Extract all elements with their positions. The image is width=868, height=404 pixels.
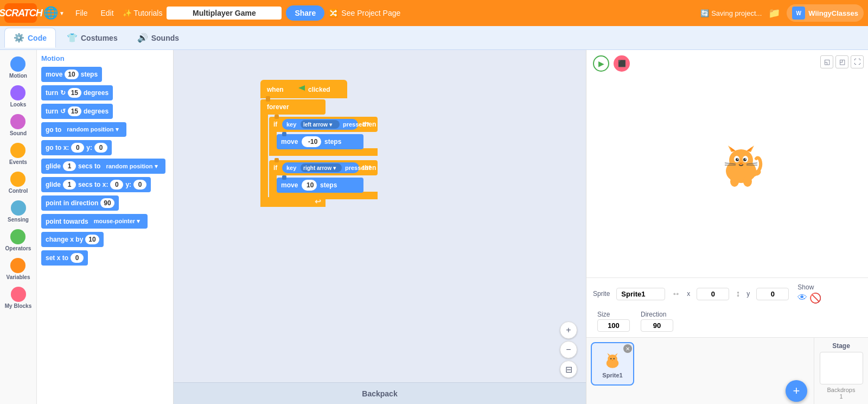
block-turn-ccw[interactable]: turn ↺ 15 degrees bbox=[41, 104, 113, 119]
block-glidexy-secs-label: secs to x: bbox=[78, 181, 108, 188]
size-input[interactable] bbox=[597, 319, 630, 332]
layout-fullscreen-button[interactable]: ⛶ bbox=[851, 55, 864, 68]
direction-input[interactable] bbox=[641, 319, 673, 332]
stage-label: Stage bbox=[832, 342, 850, 350]
svg-rect-23 bbox=[269, 148, 378, 156]
category-events[interactable]: Events bbox=[8, 141, 28, 167]
backdrops-count: 1 bbox=[839, 393, 843, 400]
zoom-fit-button[interactable]: ⊟ bbox=[560, 361, 577, 378]
block-glide-xy[interactable]: glide 1 secs to x: 0 y: 0 bbox=[41, 177, 151, 192]
y-value-input[interactable] bbox=[756, 288, 789, 300]
svg-text:-10: -10 bbox=[308, 138, 318, 146]
block-point-towards[interactable]: point towards mouse-pointer ▾ bbox=[41, 214, 148, 229]
x-value-input[interactable] bbox=[697, 288, 729, 300]
svg-text:then: then bbox=[362, 121, 376, 128]
svg-text:steps: steps bbox=[324, 138, 342, 146]
sprite1-thumbnail[interactable]: ✕ Sprite1 bbox=[591, 342, 634, 386]
looks-circle bbox=[10, 85, 25, 100]
zoom-in-button[interactable]: + bbox=[560, 321, 577, 339]
category-operators[interactable]: Operators bbox=[4, 227, 33, 254]
green-flag-button[interactable]: ▶ bbox=[593, 55, 609, 72]
tab-costumes[interactable]: 👕 Costumes bbox=[58, 28, 126, 47]
block-goto-xy[interactable]: go to x: 0 y: 0 bbox=[41, 140, 112, 155]
block-glide-to[interactable]: glide 1 secs to random position ▾ bbox=[41, 159, 165, 174]
svg-point-73 bbox=[612, 360, 613, 361]
block-glideto-dropdown[interactable]: random position ▾ bbox=[103, 162, 161, 171]
block-pointtowards-dropdown[interactable]: mouse-pointer ▾ bbox=[91, 217, 143, 226]
sprite1-label: Sprite1 bbox=[602, 372, 622, 378]
stop-button[interactable]: ⬛ bbox=[614, 55, 630, 72]
category-variables[interactable]: Variables bbox=[5, 256, 31, 282]
project-name-input[interactable] bbox=[167, 7, 282, 20]
tutorials-button[interactable]: ✨ Tutorials bbox=[123, 9, 163, 17]
tab-sounds[interactable]: 🔊 Sounds bbox=[129, 28, 188, 47]
block-changex-value[interactable]: 10 bbox=[85, 235, 99, 244]
file-menu[interactable]: File bbox=[71, 7, 92, 20]
y-label: y bbox=[746, 290, 750, 298]
user-menu-button[interactable]: W WiingyClasses bbox=[787, 4, 864, 22]
tab-code[interactable]: ⚙️ Code bbox=[4, 28, 56, 48]
block-gotoxy-y[interactable]: 0 bbox=[94, 143, 107, 153]
svg-point-71 bbox=[610, 358, 611, 359]
add-sprite-button[interactable]: + bbox=[786, 380, 807, 402]
sprite-delete-btn[interactable]: ✕ bbox=[623, 344, 632, 353]
category-control[interactable]: Control bbox=[8, 169, 29, 196]
saving-icon: 🔄 bbox=[700, 9, 709, 17]
block-glidexy-secs[interactable]: 1 bbox=[63, 180, 76, 190]
variables-circle bbox=[10, 258, 25, 273]
show-label: Show bbox=[797, 283, 821, 291]
y-arrow-icon: ↕ bbox=[736, 289, 740, 299]
block-glidexy-x[interactable]: 0 bbox=[110, 180, 123, 190]
operators-circle bbox=[10, 229, 25, 244]
sprite-name-input[interactable] bbox=[616, 288, 665, 300]
zoom-out-button[interactable]: − bbox=[560, 341, 577, 358]
motion-circle bbox=[10, 56, 25, 72]
svg-marker-70 bbox=[615, 353, 618, 356]
block-turn-cw[interactable]: turn ↻ 15 degrees bbox=[41, 85, 113, 100]
globe-button[interactable]: 🌐 ▼ bbox=[41, 4, 67, 22]
block-pointdir-value[interactable]: 90 bbox=[100, 198, 114, 208]
category-motion[interactable]: Motion bbox=[8, 54, 28, 81]
block-glidexy-y[interactable]: 0 bbox=[133, 180, 146, 190]
block-glideto-secs[interactable]: 1 bbox=[63, 161, 76, 171]
block-gotoxy-x[interactable]: 0 bbox=[71, 143, 84, 153]
folder-icon[interactable]: 📁 bbox=[768, 7, 780, 19]
edit-menu[interactable]: Edit bbox=[96, 7, 118, 20]
block-turnccw-value[interactable]: 15 bbox=[68, 106, 81, 116]
right-panel: ▶ ⬛ ◱ ◰ ⛶ bbox=[586, 50, 868, 404]
block-goto[interactable]: go to random position ▾ bbox=[41, 122, 126, 137]
bottom-bar: Backpack bbox=[174, 382, 586, 404]
looks-label: Looks bbox=[10, 102, 26, 108]
block-set-x[interactable]: set x to 0 bbox=[41, 250, 88, 266]
svg-point-57 bbox=[737, 159, 738, 160]
hide-button[interactable]: 🚫 bbox=[809, 292, 821, 304]
see-project-button[interactable]: 🔀 See Project Page bbox=[329, 9, 400, 17]
stage-thumbnail[interactable] bbox=[820, 352, 863, 384]
size-label: Size bbox=[597, 311, 630, 318]
block-change-x[interactable]: change x by 10 bbox=[41, 232, 104, 247]
code-tab-icon: ⚙️ bbox=[14, 33, 24, 43]
editor-area: when clicked forever ↩ bbox=[174, 50, 586, 404]
category-myblocks[interactable]: My Blocks bbox=[4, 285, 33, 311]
block-setx-value[interactable]: 0 bbox=[71, 253, 84, 263]
see-project-icon: 🔀 bbox=[329, 9, 338, 17]
block-move-steps[interactable]: move 10 steps bbox=[41, 67, 102, 82]
svg-marker-69 bbox=[607, 353, 610, 356]
block-gotoxy-ylabel: y: bbox=[86, 144, 92, 152]
size-section: Size bbox=[597, 311, 630, 332]
user-name-label: WiingyClasses bbox=[808, 9, 858, 17]
category-sound[interactable]: Sound bbox=[9, 112, 28, 138]
block-glidexy-label: glide bbox=[46, 181, 61, 188]
block-point-direction[interactable]: point in direction 90 bbox=[41, 195, 119, 211]
control-label: Control bbox=[9, 188, 28, 194]
category-sensing[interactable]: Sensing bbox=[7, 198, 30, 225]
layout-normal-button[interactable]: ◰ bbox=[835, 55, 848, 68]
layout-small-button[interactable]: ◱ bbox=[820, 55, 833, 68]
category-looks[interactable]: Looks bbox=[9, 83, 27, 110]
show-button[interactable]: 👁 bbox=[797, 292, 807, 304]
share-button[interactable]: Share bbox=[286, 5, 324, 21]
block-turncw-suffix: degrees bbox=[84, 89, 108, 97]
block-turncw-value[interactable]: 15 bbox=[68, 88, 81, 98]
block-goto-dropdown[interactable]: random position ▾ bbox=[63, 125, 122, 134]
block-move-value[interactable]: 10 bbox=[65, 70, 78, 79]
